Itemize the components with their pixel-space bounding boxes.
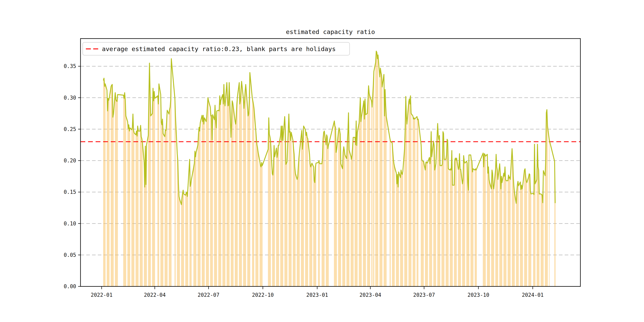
y-tick-label: 0.05 — [64, 252, 76, 258]
capacity-ratio-chart: 0.000.050.100.150.200.250.300.352022-012… — [0, 0, 644, 322]
x-tick-label: 2022-04 — [144, 292, 166, 298]
x-tick-label: 2024-01 — [522, 292, 544, 298]
y-tick-label: 0.35 — [64, 63, 76, 69]
y-tick-label: 0.00 — [64, 284, 76, 290]
x-tick-label: 2022-01 — [91, 292, 113, 298]
x-tick-label: 2023-10 — [468, 292, 489, 298]
x-tick-label: 2023-01 — [306, 292, 328, 298]
y-tick-label: 0.20 — [64, 158, 76, 164]
x-tick-label: 2022-10 — [252, 292, 274, 298]
y-tick-label: 0.30 — [64, 95, 76, 101]
x-tick-label: 2023-04 — [359, 292, 381, 298]
y-tick-label: 0.10 — [64, 221, 76, 226]
y-tick-label: 0.25 — [64, 126, 76, 132]
x-tick-label: 2022-07 — [198, 292, 220, 298]
x-tick-label: 2023-07 — [413, 292, 435, 298]
y-tick-label: 0.15 — [64, 189, 76, 195]
